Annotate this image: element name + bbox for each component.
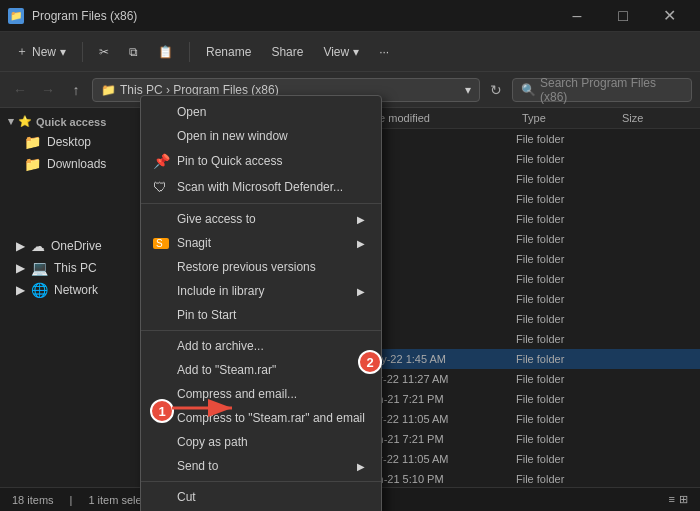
- quick-access-section[interactable]: ▾ ⭐ Quick access: [0, 112, 149, 131]
- chevron-icon: ▶: [16, 261, 25, 275]
- menu-item-send-to[interactable]: Send to ▶: [141, 454, 381, 478]
- toolbar-separator-2: [189, 42, 190, 62]
- forward-button[interactable]: →: [36, 78, 60, 102]
- context-menu: Open Open in new window 📌 Pin to Quick a…: [140, 95, 382, 511]
- submenu-arrow: ▶: [357, 214, 365, 225]
- col-header-size: Size: [622, 112, 692, 124]
- sidebar: ▾ ⭐ Quick access 📁 Desktop 📁 Downloads ▶…: [0, 108, 150, 487]
- new-chevron: ▾: [60, 45, 66, 59]
- folder-icon: 📁: [24, 156, 41, 172]
- menu-item-compress-email[interactable]: Compress and email...: [141, 382, 381, 406]
- copy-button[interactable]: ⧉: [121, 41, 146, 63]
- menu-item-open-new-window[interactable]: Open in new window: [141, 124, 381, 148]
- menu-item-pin-quick-access[interactable]: 📌 Pin to Quick access: [141, 148, 381, 174]
- cut-button[interactable]: ✂: [91, 41, 117, 63]
- copy-icon: ⧉: [129, 45, 138, 59]
- item-count: 18 items: [12, 494, 54, 506]
- cloud-icon: ☁: [31, 238, 45, 254]
- sidebar-item-thispc[interactable]: ▶ 💻 This PC: [0, 257, 149, 279]
- cut-icon: ✂: [99, 45, 109, 59]
- menu-item-include-library[interactable]: Include in library ▶: [141, 279, 381, 303]
- menu-item-cut[interactable]: Cut: [141, 485, 381, 509]
- chevron-icon: ▾: [8, 115, 14, 128]
- sidebar-spacer: [0, 175, 149, 235]
- submenu-arrow: ▶: [357, 461, 365, 472]
- callout-badge-2: 2: [358, 350, 382, 374]
- refresh-button[interactable]: ↻: [484, 78, 508, 102]
- title-bar: 📁 Program Files (x86) – □ ✕: [0, 0, 700, 32]
- shield-icon: 🛡: [153, 179, 169, 195]
- pin-icon: 📌: [153, 153, 169, 169]
- sidebar-label-downloads: Downloads: [47, 157, 106, 171]
- col-header-date: Date modified: [362, 112, 522, 124]
- up-button[interactable]: ↑: [64, 78, 88, 102]
- sidebar-item-onedrive[interactable]: ▶ ☁ OneDrive: [0, 235, 149, 257]
- chevron-icon: ▶: [16, 283, 25, 297]
- sidebar-label-onedrive: OneDrive: [51, 239, 102, 253]
- menu-item-give-access[interactable]: Give access to ▶: [141, 207, 381, 231]
- toolbar-separator: [82, 42, 83, 62]
- status-separator: |: [70, 494, 73, 506]
- sidebar-item-desktop[interactable]: 📁 Desktop: [0, 131, 149, 153]
- chevron-icon: ▶: [16, 239, 25, 253]
- submenu-arrow: ▶: [357, 238, 365, 249]
- view-button[interactable]: View ▾: [315, 41, 367, 63]
- menu-item-pin-start[interactable]: Pin to Start: [141, 303, 381, 327]
- sidebar-label-network: Network: [54, 283, 98, 297]
- share-button[interactable]: Share: [263, 41, 311, 63]
- menu-separator-3: [141, 481, 381, 482]
- new-icon: ＋: [16, 43, 28, 60]
- back-button[interactable]: ←: [8, 78, 32, 102]
- search-box[interactable]: 🔍 Search Program Files (x86): [512, 78, 692, 102]
- menu-separator-2: [141, 330, 381, 331]
- menu-item-snagit[interactable]: S Snagit ▶: [141, 231, 381, 255]
- app-icon: 📁: [8, 8, 24, 24]
- more-button[interactable]: ···: [371, 41, 397, 63]
- sidebar-label-thispc: This PC: [54, 261, 97, 275]
- window-controls: – □ ✕: [554, 0, 692, 32]
- callout-badge-1: 1: [150, 399, 174, 423]
- menu-item-open[interactable]: Open: [141, 100, 381, 124]
- snagit-icon: S: [153, 238, 169, 249]
- menu-item-scan-defender[interactable]: 🛡 Scan with Microsoft Defender...: [141, 174, 381, 200]
- submenu-arrow: ▶: [357, 286, 365, 297]
- paste-button[interactable]: 📋: [150, 41, 181, 63]
- paste-icon: 📋: [158, 45, 173, 59]
- menu-item-compress-steam-email[interactable]: Compress to "Steam.rar" and email: [141, 406, 381, 430]
- computer-icon: 💻: [31, 260, 48, 276]
- folder-icon: 📁: [24, 134, 41, 150]
- path-chevron: ▾: [465, 83, 471, 97]
- quick-access-label: Quick access: [36, 116, 106, 128]
- menu-item-copy-path[interactable]: Copy as path: [141, 430, 381, 454]
- new-button[interactable]: ＋ New ▾: [8, 39, 74, 64]
- window-title: Program Files (x86): [32, 9, 546, 23]
- maximize-button[interactable]: □: [600, 0, 646, 32]
- sidebar-item-network[interactable]: ▶ 🌐 Network: [0, 279, 149, 301]
- menu-separator: [141, 203, 381, 204]
- close-button[interactable]: ✕: [646, 0, 692, 32]
- view-chevron: ▾: [353, 45, 359, 59]
- toolbar: ＋ New ▾ ✂ ⧉ 📋 Rename Share View ▾ ···: [0, 32, 700, 72]
- sidebar-item-downloads[interactable]: 📁 Downloads: [0, 153, 149, 175]
- list-view-icon[interactable]: ≡: [669, 493, 675, 506]
- sidebar-label-desktop: Desktop: [47, 135, 91, 149]
- view-controls: ≡ ⊞: [669, 493, 688, 506]
- menu-item-add-steam-rar[interactable]: Add to "Steam.rar": [141, 358, 381, 382]
- search-placeholder: Search Program Files (x86): [540, 76, 683, 104]
- network-icon: 🌐: [31, 282, 48, 298]
- grid-view-icon[interactable]: ⊞: [679, 493, 688, 506]
- rename-button[interactable]: Rename: [198, 41, 259, 63]
- minimize-button[interactable]: –: [554, 0, 600, 32]
- search-icon: 🔍: [521, 83, 536, 97]
- folder-icon: 📁: [101, 83, 116, 97]
- star-icon: ⭐: [18, 115, 32, 128]
- menu-item-add-archive[interactable]: Add to archive...: [141, 334, 381, 358]
- col-header-type: Type: [522, 112, 622, 124]
- menu-item-restore-versions[interactable]: Restore previous versions: [141, 255, 381, 279]
